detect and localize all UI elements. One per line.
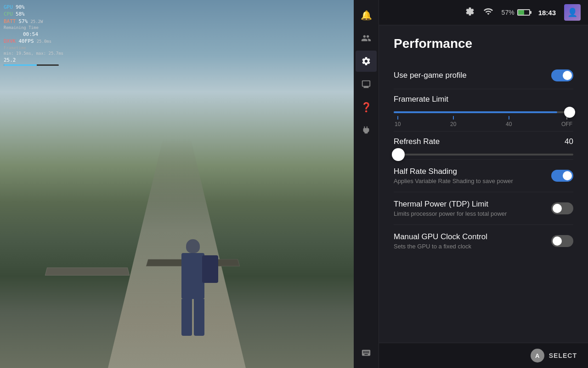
hud-cpu-value: 58% (16, 11, 25, 17)
tick-label-10: 10 (395, 121, 401, 127)
tick-20: 20 (450, 116, 456, 127)
tick-label-40: 40 (506, 121, 512, 127)
hud-dxvk-fps: 40FPS (19, 38, 34, 45)
refresh-rate-slider-thumb[interactable] (392, 148, 405, 161)
hud-cpu-label: CPU (4, 11, 13, 17)
sidebar: 🔔 ❓ (354, 0, 379, 368)
character (175, 239, 211, 340)
tick-10: 10 (395, 116, 401, 127)
hud-batt-watts: 25.2W (30, 19, 43, 25)
sidebar-item-display[interactable] (356, 74, 377, 95)
half-rate-shading-toggle[interactable] (551, 170, 573, 182)
hud-bar-fill (4, 64, 37, 66)
half-rate-shading-info: Half Rate Shading Applies Variable Rate … (394, 167, 551, 184)
thermal-power-toggle[interactable] (551, 202, 573, 214)
hud-frametime-label: Frametime (4, 45, 26, 51)
refresh-rate-label: Refresh Rate (394, 137, 440, 146)
wifi-icon (483, 6, 493, 19)
battery-display: 57% (502, 9, 530, 16)
thermal-power-knob (553, 204, 562, 213)
character-torso (181, 253, 204, 299)
refresh-rate-section: Refresh Rate 40 (394, 132, 573, 160)
framerate-limit-label: Framerate Limit (394, 95, 448, 104)
setting-row-half-rate-shading: Half Rate Shading Applies Variable Rate … (394, 160, 573, 192)
framerate-limit-header: Framerate Limit (394, 95, 573, 104)
per-game-profile-toggle[interactable] (551, 69, 573, 81)
tick-off: OFF (561, 116, 572, 127)
thermal-power-sublabel: Limits processor power for less total po… (394, 210, 551, 217)
hud-remaining-time-label: Remaining Time (4, 25, 39, 31)
setting-row-thermal-power: Thermal Power (TDP) Limit Limits process… (394, 192, 573, 225)
framerate-slider-thumb[interactable] (564, 107, 575, 118)
page-title: Performance (394, 36, 573, 51)
manual-gpu-clock-info: Manual GPU Clock Control Sets the GPU to… (394, 232, 551, 250)
tick-mark-40 (509, 116, 509, 120)
game-viewport: GPU 90% CPU 58% BATT 57% 25.2W Remaining… (0, 0, 354, 368)
hud-frametime-stats: min: 19.5ms, max: 25.7ms (4, 51, 63, 57)
time-display: 18:43 (538, 9, 556, 17)
sidebar-item-friends[interactable] (356, 28, 377, 49)
sidebar-item-keyboard[interactable] (356, 342, 377, 363)
half-rate-shading-label: Half Rate Shading (394, 167, 551, 176)
scene-platform-left (45, 268, 130, 276)
sidebar-item-power[interactable] (356, 120, 377, 141)
select-button[interactable]: A (531, 349, 544, 362)
sidebar-item-settings[interactable] (356, 51, 377, 72)
character-head (186, 239, 200, 253)
character-leg-left (181, 299, 192, 336)
sidebar-item-help[interactable]: ❓ (356, 97, 377, 118)
refresh-rate-slider-track[interactable] (394, 154, 573, 155)
setting-row-manual-gpu-clock: Manual GPU Clock Control Sets the GPU to… (394, 225, 573, 257)
hud-batt-value: 57% (19, 18, 28, 25)
avatar[interactable]: 👤 (564, 4, 581, 21)
hud-frametime-val: 25.2 (4, 57, 63, 63)
settings-icon[interactable] (465, 6, 475, 19)
battery-icon (517, 9, 530, 16)
content-area: Performance Use per-game profile Framera… (379, 25, 588, 343)
framerate-slider-fill (394, 111, 557, 113)
hud-batt-time: 00:54 (23, 31, 38, 38)
half-rate-shading-knob (563, 171, 572, 180)
setting-row-per-game-profile: Use per-game profile (394, 62, 573, 89)
hud-gpu-value: 90% (16, 4, 25, 11)
sidebar-item-notifications[interactable]: 🔔 (356, 5, 377, 26)
manual-gpu-clock-knob (553, 236, 562, 246)
select-action-label: SELECT (549, 352, 577, 359)
character-backpack (202, 255, 218, 283)
tick-40: 40 (506, 116, 512, 127)
refresh-rate-header: Refresh Rate 40 (394, 137, 573, 146)
hud-overlay: GPU 90% CPU 58% BATT 57% 25.2W Remaining… (4, 4, 63, 66)
manual-gpu-clock-sublabel: Sets the GPU to a fixed clock (394, 243, 551, 250)
hud-dxvk-ms: 25.0ms (37, 39, 52, 45)
tick-label-20: 20 (450, 121, 456, 127)
framerate-slider-track (394, 111, 573, 113)
framerate-limit-section: Framerate Limit 10 20 40 (394, 89, 573, 132)
character-legs (181, 299, 204, 336)
battery-fill (518, 10, 525, 15)
tick-label-off: OFF (561, 121, 572, 127)
main-panel: 57% 18:43 👤 Performance Use per-game pro… (379, 0, 588, 368)
framerate-slider-ticks: 10 20 40 OFF (394, 116, 573, 127)
character-leg-right (194, 299, 204, 336)
thermal-power-label: Thermal Power (TDP) Limit (394, 200, 551, 209)
tick-mark-10 (397, 116, 398, 120)
battery-percentage: 57% (502, 9, 514, 16)
thermal-power-info: Thermal Power (TDP) Limit Limits process… (394, 200, 551, 217)
hud-gpu-label: GPU (4, 4, 13, 11)
hud-dxvk-label: DXVK (4, 38, 16, 45)
top-bar: 57% 18:43 👤 (379, 0, 588, 25)
per-game-profile-knob (563, 71, 572, 80)
tick-mark-20 (453, 116, 454, 120)
bottom-bar: A SELECT (379, 343, 588, 368)
hud-batt-label: BATT (4, 18, 16, 25)
manual-gpu-clock-toggle[interactable] (551, 235, 573, 247)
half-rate-shading-sublabel: Applies Variable Rate Shading to save po… (394, 178, 551, 184)
manual-gpu-clock-label: Manual GPU Clock Control (394, 232, 551, 242)
framerate-slider-container[interactable] (394, 111, 573, 113)
per-game-profile-label: Use per-game profile (394, 71, 467, 80)
refresh-rate-value: 40 (565, 137, 573, 146)
hud-bar (4, 64, 59, 66)
